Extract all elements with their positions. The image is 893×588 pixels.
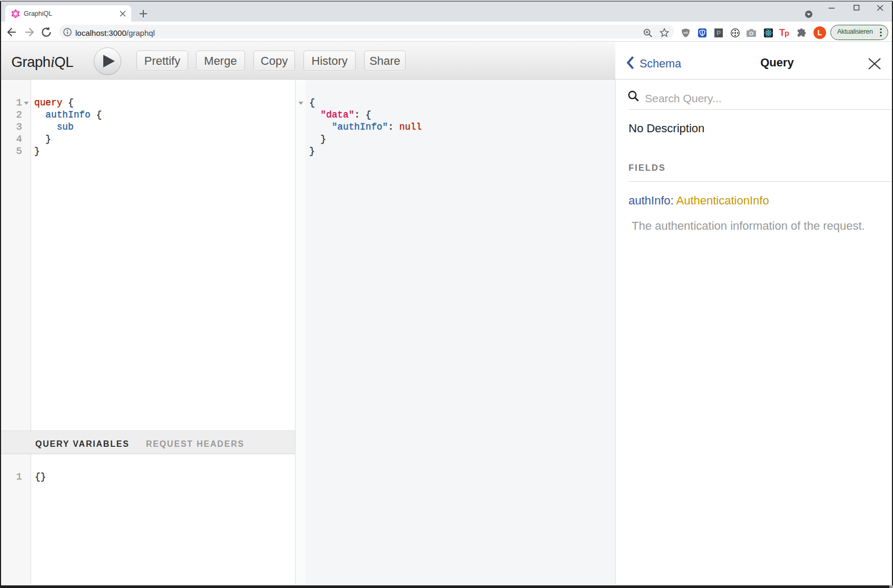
svg-text:uO: uO [683,31,688,34]
svg-text:P: P [717,30,721,37]
